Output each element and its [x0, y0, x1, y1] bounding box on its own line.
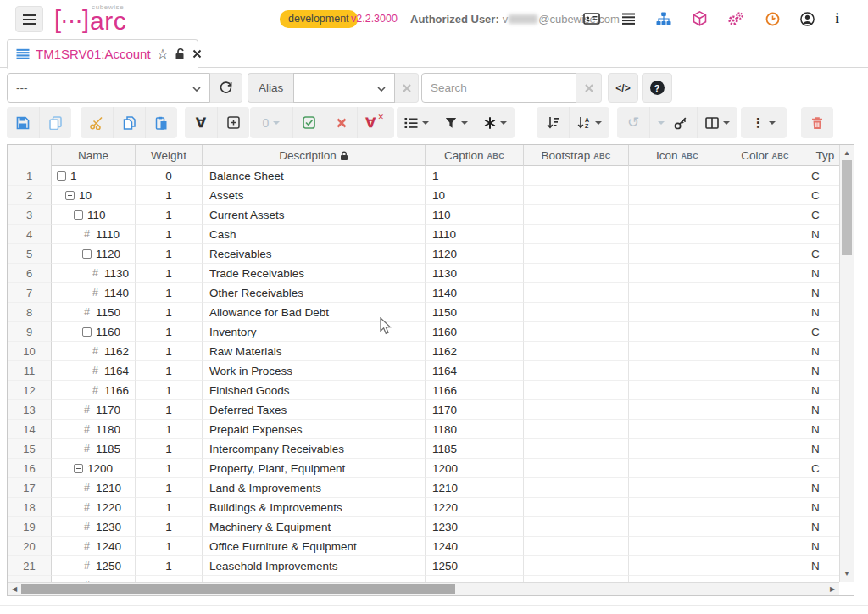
horizontal-scrollbar[interactable]: ◀ ▶: [8, 582, 839, 595]
name-cell[interactable]: # 1170: [52, 400, 136, 420]
caption-cell[interactable]: 1240: [426, 537, 524, 556]
consolidated-minus-icon[interactable]: [82, 327, 92, 337]
leaf-hash-icon[interactable]: #: [82, 228, 92, 240]
color-cell[interactable]: [726, 342, 804, 361]
table-row[interactable]: 18 # 1220 1 Buildings & Improvements 122…: [8, 498, 839, 517]
type-cell[interactable]: N: [804, 303, 839, 322]
weight-cell[interactable]: 1: [136, 186, 203, 205]
consolidated-minus-icon[interactable]: [74, 210, 83, 220]
caption-cell[interactable]: 1160: [426, 322, 524, 342]
delete-button[interactable]: [801, 107, 833, 138]
clock-icon[interactable]: [765, 12, 780, 26]
type-cell[interactable]: N: [804, 283, 839, 303]
color-cell[interactable]: [726, 478, 804, 498]
description-cell[interactable]: Machinery & Equipment: [203, 517, 426, 537]
table-row[interactable]: 13 # 1170 1 Deferred Taxes 1170 N: [8, 400, 839, 420]
weight-cell[interactable]: 1: [136, 556, 203, 576]
row-number-cell[interactable]: 21: [8, 556, 52, 576]
icon-cell[interactable]: [629, 322, 726, 342]
weight-cell[interactable]: 1: [136, 478, 203, 498]
bootstrap-cell[interactable]: [524, 478, 629, 498]
color-cell[interactable]: [726, 400, 804, 420]
bootstrap-cell[interactable]: [524, 205, 629, 225]
table-row[interactable]: 11 # 1164 1 Work in Process 1164 N: [8, 361, 839, 381]
vertical-scrollbar[interactable]: ▲ ▼: [839, 145, 854, 582]
col-header-bootstrap[interactable]: BootstrapABC: [524, 145, 629, 166]
table-row[interactable]: 7 # 1140 1 Other Receivables 1140 N: [8, 283, 839, 303]
name-cell[interactable]: 1160: [52, 322, 136, 342]
copy-subset-button[interactable]: [39, 107, 71, 138]
icon-cell[interactable]: [629, 361, 726, 381]
selection-count-dropdown[interactable]: 0: [250, 107, 292, 138]
type-cell[interactable]: N: [804, 439, 839, 459]
bootstrap-cell[interactable]: [524, 303, 629, 322]
subset-select[interactable]: ---: [7, 73, 210, 103]
weight-cell[interactable]: 1: [136, 283, 203, 303]
asterisk-dropdown[interactable]: [476, 107, 515, 138]
weight-cell[interactable]: 1: [136, 576, 203, 582]
caption-cell[interactable]: 1162: [426, 342, 524, 361]
caption-cell[interactable]: 1220: [426, 498, 524, 517]
type-cell[interactable]: C: [804, 166, 839, 186]
icon-cell[interactable]: [629, 303, 726, 322]
caption-cell[interactable]: 1110: [426, 225, 524, 244]
row-number-cell[interactable]: 7: [8, 283, 52, 303]
table-row[interactable]: 8 # 1150 1 Allowance for Bad Debt 1150 N: [8, 303, 839, 322]
row-number-cell[interactable]: 13: [8, 400, 52, 420]
col-header-name[interactable]: Name: [52, 145, 136, 166]
type-cell[interactable]: N: [804, 225, 839, 244]
bootstrap-cell[interactable]: [524, 166, 629, 186]
tab-close-icon[interactable]: [192, 49, 202, 59]
cut-button[interactable]: [81, 107, 113, 138]
name-cell[interactable]: # 1140: [52, 283, 136, 303]
list-icon[interactable]: [621, 12, 636, 25]
weight-cell[interactable]: 1: [136, 498, 203, 517]
col-header-type[interactable]: Typ: [804, 145, 839, 166]
type-cell[interactable]: N: [804, 517, 839, 537]
bootstrap-cell[interactable]: [524, 537, 629, 556]
icon-cell[interactable]: [629, 478, 726, 498]
leaf-hash-icon[interactable]: #: [82, 540, 92, 552]
description-cell[interactable]: Office Furniture & Equipment: [203, 537, 426, 556]
row-number-cell[interactable]: 22: [8, 576, 52, 582]
icon-cell[interactable]: [629, 283, 726, 303]
caption-cell[interactable]: 1250: [426, 556, 524, 576]
description-cell[interactable]: Receivables: [203, 244, 426, 264]
scroll-up-arrow-icon[interactable]: ▲: [840, 147, 854, 159]
description-cell[interactable]: Work in Process: [203, 361, 426, 381]
bootstrap-cell[interactable]: [524, 283, 629, 303]
description-cell[interactable]: Other Receivables: [203, 283, 426, 303]
row-number-cell[interactable]: 12: [8, 381, 52, 400]
table-row[interactable]: 10 # 1162 1 Raw Materials 1162 N: [8, 342, 839, 361]
color-cell[interactable]: [726, 361, 804, 381]
leaf-hash-icon[interactable]: #: [91, 267, 100, 279]
icon-cell[interactable]: [629, 205, 726, 225]
leaf-hash-icon[interactable]: #: [82, 482, 92, 494]
leaf-hash-icon[interactable]: #: [91, 345, 100, 357]
sitemap-icon[interactable]: [656, 12, 671, 25]
color-cell[interactable]: [726, 283, 804, 303]
bootstrap-cell[interactable]: [524, 498, 629, 517]
icon-cell[interactable]: [629, 186, 726, 205]
color-cell[interactable]: [726, 264, 804, 283]
table-row[interactable]: 9 1160 1 Inventory 1160 C: [8, 322, 839, 342]
description-cell[interactable]: Current Assets: [203, 205, 426, 225]
caption-cell[interactable]: 10: [426, 186, 524, 205]
name-cell[interactable]: # 1110: [52, 225, 136, 244]
table-row[interactable]: 12 # 1166 1 Finished Goods 1166 N: [8, 381, 839, 400]
bootstrap-cell[interactable]: [524, 459, 629, 478]
scroll-down-arrow-icon[interactable]: ▼: [840, 567, 854, 580]
user-icon[interactable]: [800, 12, 815, 26]
caption-cell[interactable]: 110: [426, 205, 524, 225]
color-cell[interactable]: [726, 576, 804, 582]
name-cell[interactable]: 1120: [52, 244, 136, 264]
name-cell[interactable]: # 1250: [52, 556, 136, 576]
bootstrap-cell[interactable]: [524, 225, 629, 244]
table-row[interactable]: 16 1200 1 Property, Plant, Equipment 120…: [8, 459, 839, 478]
description-cell[interactable]: Trade Receivables: [203, 264, 426, 283]
weight-cell[interactable]: 1: [136, 342, 203, 361]
type-cell[interactable]: N: [804, 478, 839, 498]
icon-cell[interactable]: [629, 166, 726, 186]
bootstrap-cell[interactable]: [524, 322, 629, 342]
row-number-cell[interactable]: 3: [8, 205, 52, 225]
